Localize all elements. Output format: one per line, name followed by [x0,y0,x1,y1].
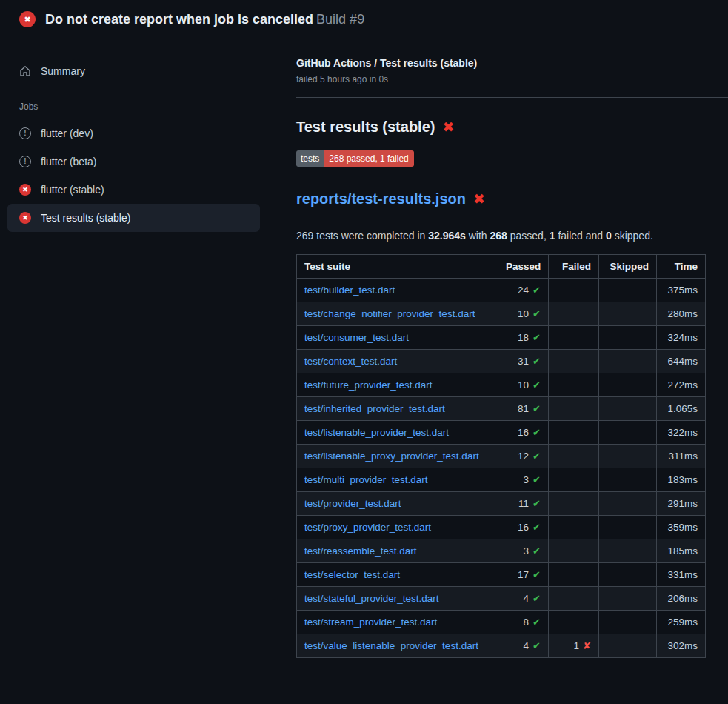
check-icon: ✔ [532,332,541,343]
suite-link[interactable]: test/multi_provider_test.dart [304,474,428,485]
suite-link[interactable]: test/inherited_provider_test.dart [304,403,445,414]
section-title: Test results (stable) ✖ [296,119,728,136]
pass-count: 81 [518,403,529,414]
tests-badge-value: 268 passed, 1 failed [324,150,413,167]
sidebar-job-item[interactable]: ! flutter (dev) [7,119,260,147]
check-icon: ✔ [532,285,541,296]
sidebar-job-item[interactable]: ! flutter (beta) [7,147,260,176]
failed-cell [549,468,599,492]
summary-text: with [466,230,490,242]
table-row: test/reassemble_test.dart 3✔ 185ms [297,539,706,563]
failed-cell [549,373,599,397]
suite-link[interactable]: test/listenable_proxy_provider_test.dart [304,451,479,462]
skipped-cell [599,445,657,468]
suite-link[interactable]: test/change_notifier_provider_test.dart [304,308,475,319]
passed-cell: 81✔ [498,397,549,421]
run-title: Do not create report when job is cancell… [45,12,313,27]
passed-cell: 10✔ [498,373,549,397]
check-icon: ✔ [532,474,541,485]
skipped-cell [599,539,657,563]
check-icon: ✔ [532,545,541,557]
time-cell: 183ms [657,468,706,492]
check-icon: ✔ [532,379,541,391]
suite-link[interactable]: test/selector_test.dart [304,569,400,580]
job-label: flutter (stable) [41,184,104,196]
passed-cell: 8✔ [498,611,549,634]
suite-link[interactable]: test/context_test.dart [304,356,397,367]
report-heading: reports/test-results.json ✖ [296,190,728,216]
suite-link[interactable]: test/consumer_test.dart [304,332,409,343]
skipped-cell [599,326,657,350]
skipped-cell [599,302,657,326]
table-row: test/stateful_provider_test.dart 4✔ 206m… [297,587,706,611]
tests-badge-label: tests [296,150,324,167]
failed-cell [549,302,599,326]
time-cell: 272ms [657,373,706,397]
sidebar-job-item[interactable]: ✖ flutter (stable) [7,176,260,204]
pass-count: 4 [524,593,530,604]
run-header: ✖ Do not create report when job is cance… [0,0,728,39]
failed-cell [549,350,599,373]
check-icon: ✔ [532,569,541,580]
suite-link[interactable]: test/builder_test.dart [304,285,395,296]
pass-count: 24 [518,285,529,296]
skipped-cell [599,397,657,421]
time-cell: 291ms [657,492,706,516]
report-file-link[interactable]: reports/test-results.json [296,190,466,207]
time-cell: 259ms [657,611,706,634]
fail-count: 1 [574,640,580,651]
passed-cell: 16✔ [498,421,549,445]
check-icon: ✔ [532,356,541,367]
table-row: test/context_test.dart 31✔ 644ms [297,350,706,373]
suite-link[interactable]: test/value_listenable_provider_test.dart [304,640,478,651]
skipped-cell [599,373,657,397]
table-row: test/value_listenable_provider_test.dart… [297,634,706,658]
col-header-failed: Failed [549,255,599,279]
sidebar-item-summary[interactable]: Summary [7,57,260,85]
pass-count: 11 [518,498,529,509]
skipped-cell [599,492,657,516]
failed-cell [549,279,599,302]
suite-link[interactable]: test/stateful_provider_test.dart [304,593,439,604]
check-icon: ✔ [532,617,541,628]
neutral-status-icon: ! [19,127,31,139]
time-cell: 280ms [657,302,706,326]
failed-status-icon: ✖ [19,184,31,196]
suite-link[interactable]: test/reassemble_test.dart [304,545,417,557]
pass-count: 3 [524,545,530,557]
time-cell: 375ms [657,279,706,302]
pass-count: 16 [518,427,529,438]
summary-text: skipped. [612,230,653,242]
check-icon: ✔ [532,427,541,438]
home-icon [19,65,31,77]
table-row: test/listenable_provider_test.dart 16✔ 3… [297,421,706,445]
failed-cell [549,397,599,421]
jobs-section-label: Jobs [19,102,260,112]
pass-count: 12 [518,451,529,462]
summary-text: passed, [507,230,550,242]
failed-status-icon: ✖ [19,212,31,224]
suite-link[interactable]: test/provider_test.dart [304,498,401,509]
skipped-cell [599,516,657,539]
passed-cell: 3✔ [498,468,549,492]
pass-count: 31 [518,356,529,367]
passed-cell: 12✔ [498,445,549,468]
time-cell: 359ms [657,516,706,539]
run-failed-status-icon: ✖ [19,11,36,27]
suite-link[interactable]: test/stream_provider_test.dart [304,617,437,628]
failed-cell [549,516,599,539]
sidebar-job-item[interactable]: ✖ Test results (stable) [7,204,260,232]
suite-link[interactable]: test/listenable_provider_test.dart [304,427,449,438]
table-row: test/stream_provider_test.dart 8✔ 259ms [297,611,706,634]
check-icon: ✔ [532,308,541,319]
table-row: test/consumer_test.dart 18✔ 324ms [297,326,706,350]
suite-link[interactable]: test/future_provider_test.dart [304,379,433,391]
table-row: test/provider_test.dart 11✔ 291ms [297,492,706,516]
time-cell: 311ms [657,445,706,468]
sidebar: Summary Jobs ! flutter (dev) ! flutter (… [7,57,260,232]
passed-cell: 3✔ [498,539,549,563]
skipped-cell [599,634,657,658]
skipped-cell [599,587,657,611]
suite-link[interactable]: test/proxy_provider_test.dart [304,522,431,533]
cross-mark-icon: ✖ [442,119,454,136]
